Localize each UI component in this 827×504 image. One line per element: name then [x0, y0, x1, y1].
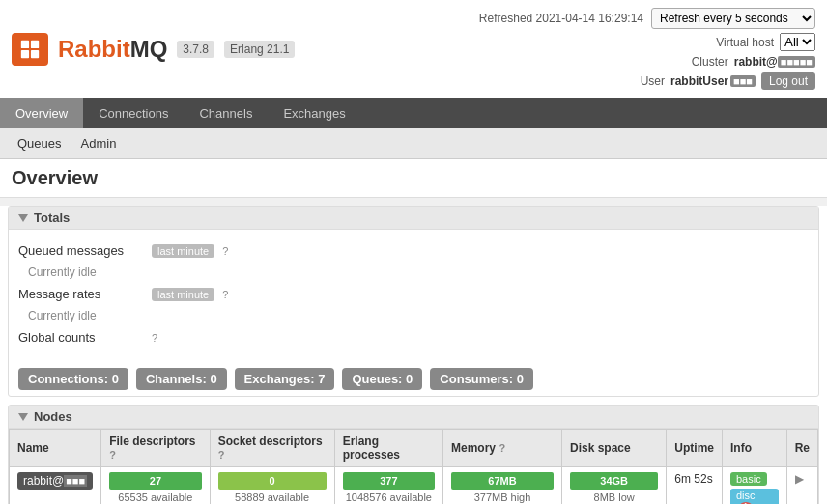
nodes-section: Nodes Name File descriptors ? Socket des… — [8, 405, 819, 504]
exchanges-value: 7 — [318, 372, 325, 386]
nav-channels[interactable]: Channels — [184, 98, 268, 128]
queued-messages-tag[interactable]: last minute — [152, 244, 214, 258]
disk-bar-container: 34GB 8MB low watermark — [570, 472, 658, 504]
totals-section: Totals Queued messages last minute ? Cur… — [8, 206, 819, 397]
re-icon: ▶ — [795, 472, 804, 486]
page-title-area: Overview — [0, 159, 827, 198]
info-cell: basic disc 1 rss — [723, 467, 787, 505]
stats-row: Connections: 0 Channels: 0 Exchanges: 7 … — [9, 358, 818, 396]
nav-exchanges[interactable]: Exchanges — [268, 98, 360, 128]
queued-messages-help[interactable]: ? — [222, 245, 228, 257]
consumers-badge: Consumers: 0 — [430, 368, 533, 390]
subnav-admin[interactable]: Admin — [71, 132, 127, 154]
channels-label: Channels: — [146, 372, 210, 386]
erlang-cell: 377 1048576 available — [334, 467, 442, 505]
queues-badge: Queues: 0 — [342, 368, 422, 390]
erlang-bar-container: 377 1048576 available — [343, 472, 435, 503]
info-tag-disc[interactable]: disc 1 — [730, 489, 779, 504]
memory-available: 377MB high watermark — [451, 491, 554, 504]
memory-bar: 67MB — [451, 472, 554, 490]
user-badge: ■■■ — [730, 75, 756, 87]
memory-bar-container: 67MB 377MB high watermark — [451, 472, 554, 504]
refreshed-text: Refreshed 2021-04-14 16:29:14 — [479, 12, 643, 25]
erlang-available: 1048576 available — [343, 491, 435, 503]
currently-idle-2-row: Currently idle — [18, 305, 809, 326]
cluster-host-badge: ■■■■■ — [778, 56, 815, 68]
disk-bar: 34GB — [570, 472, 658, 490]
socket-desc-help[interactable]: ? — [218, 449, 225, 461]
message-rates-row: Message rates last minute ? — [18, 283, 809, 305]
disk-value: 34GB — [600, 475, 628, 487]
currently-idle-1: Currently idle — [28, 266, 97, 279]
global-counts-label: Global counts — [18, 330, 144, 345]
memory-value: 67MB — [488, 475, 516, 487]
file-desc-help[interactable]: ? — [109, 449, 116, 461]
channels-badge: Channels: 0 — [136, 368, 227, 390]
totals-section-header[interactable]: Totals — [9, 207, 818, 230]
file-desc-bar-container: 27 65535 available — [109, 472, 202, 503]
queued-messages-label: Queued messages — [18, 243, 144, 258]
channels-value: 0 — [210, 372, 216, 386]
totals-body: Queued messages last minute ? Currently … — [9, 230, 818, 358]
node-name-cell: rabbit@■■■ — [10, 467, 101, 505]
exchanges-badge: Exchanges: 7 — [235, 368, 335, 390]
col-file-desc: File descriptors ? — [101, 430, 211, 467]
currently-idle-2: Currently idle — [28, 309, 97, 322]
exchanges-label: Exchanges: — [244, 372, 319, 386]
user-row: User rabbitUser■■■ Log out — [641, 72, 815, 90]
nav-connections[interactable]: Connections — [83, 98, 184, 128]
currently-idle-1-row: Currently idle — [18, 262, 809, 283]
header-right: Refreshed 2021-04-14 16:29:14 Refresh ev… — [479, 8, 815, 90]
message-rates-label: Message rates — [18, 287, 144, 301]
memory-help[interactable]: ? — [499, 442, 505, 454]
col-info: Info — [723, 430, 787, 467]
logo-mq: MQ — [130, 36, 168, 62]
info-tags-container: basic disc 1 rss — [730, 472, 779, 504]
disk-available: 8MB low watermark — [570, 491, 658, 504]
subnav-queues[interactable]: Queues — [8, 132, 71, 154]
refresh-select[interactable]: Refresh every 5 seconds Refresh every 10… — [651, 8, 815, 29]
erlang-value: 377 — [380, 475, 397, 487]
totals-collapse-icon — [18, 214, 28, 222]
nav-overview[interactable]: Overview — [0, 98, 83, 128]
re-cell: ▶ — [786, 467, 817, 505]
nodes-collapse-icon — [18, 413, 28, 421]
disk-cell: 34GB 8MB low watermark — [561, 467, 666, 505]
logo-area: RabbitMQ 3.7.8 Erlang 21.1 — [12, 33, 295, 66]
global-counts-help[interactable]: ? — [152, 332, 157, 344]
cluster-value: rabbit@■■■■■ — [734, 55, 815, 69]
nodes-label: Nodes — [34, 409, 72, 424]
uptime-value: 6m 52s — [674, 472, 712, 486]
node-name-badge: rabbit@■■■ — [17, 472, 93, 490]
col-uptime: Uptime — [667, 430, 723, 467]
col-disk: Disk space — [561, 430, 666, 467]
vhost-select[interactable]: All / — [780, 33, 815, 51]
socket-desc-bar: 0 — [218, 472, 327, 490]
file-desc-bar: 27 — [109, 472, 202, 490]
node-host-part: ■■■ — [64, 475, 87, 487]
file-desc-available: 65535 available — [109, 491, 202, 503]
global-counts-row: Global counts ? — [18, 326, 809, 349]
refresh-row: Refreshed 2021-04-14 16:29:14 Refresh ev… — [479, 8, 815, 29]
col-erlang: Erlang processes — [334, 430, 442, 467]
header: RabbitMQ 3.7.8 Erlang 21.1 Refreshed 202… — [0, 0, 827, 98]
socket-desc-available: 58889 available — [218, 491, 327, 503]
info-tag-basic[interactable]: basic — [730, 472, 767, 486]
socket-desc-cell: 0 58889 available — [210, 467, 334, 505]
file-desc-value: 27 — [150, 475, 161, 487]
col-memory: Memory ? — [443, 430, 562, 467]
user-value: rabbitUser■■■ — [670, 74, 756, 88]
message-rates-tag[interactable]: last minute — [152, 288, 214, 301]
logout-button[interactable]: Log out — [761, 72, 815, 90]
user-label: User — [641, 74, 665, 88]
message-rates-help[interactable]: ? — [222, 289, 228, 300]
col-socket-desc: Socket descriptors ? — [210, 430, 334, 467]
nodes-section-header[interactable]: Nodes — [9, 406, 818, 429]
vhost-label: Virtual host — [716, 36, 774, 49]
consumers-label: Consumers: — [440, 372, 516, 386]
svg-rect-1 — [31, 40, 39, 47]
col-name: Name — [10, 430, 101, 467]
logo-icon — [12, 33, 48, 66]
vhost-row: Virtual host All / — [716, 33, 815, 51]
totals-label: Totals — [34, 210, 70, 225]
